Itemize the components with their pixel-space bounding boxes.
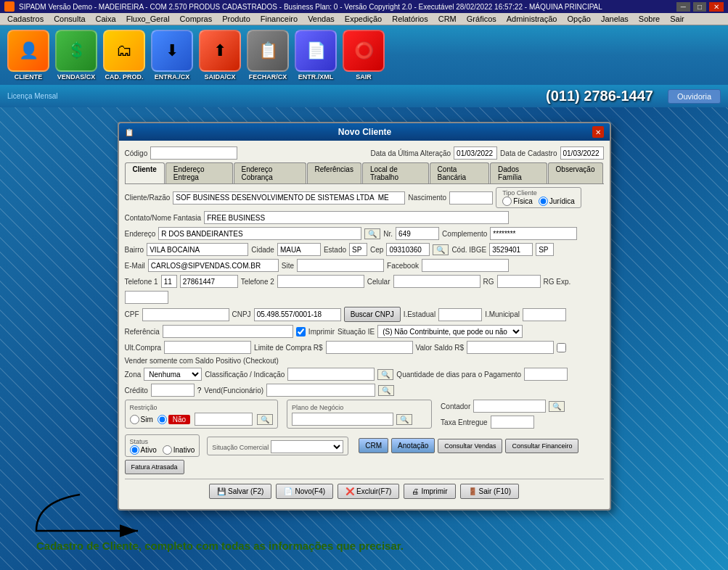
email-input[interactable]: CARLOS@SIPVENDAS.COM.BR: [148, 259, 279, 272]
bairro-input[interactable]: VILA BOCAINA: [147, 243, 248, 256]
menu-cadastros[interactable]: Cadastros: [3, 14, 48, 24]
salvar-button[interactable]: 💾 Salvar (F2): [209, 484, 271, 499]
tel1-code-input[interactable]: 11: [161, 275, 177, 288]
sim-radio[interactable]: [130, 415, 139, 424]
menu-caixa[interactable]: Caixa: [91, 14, 120, 24]
toolbar-cad-prod[interactable]: 🗂 CAD. PROD.: [103, 30, 145, 80]
rg-input[interactable]: [497, 275, 541, 288]
menu-crm[interactable]: CRM: [434, 14, 461, 24]
crm-button[interactable]: CRM: [359, 438, 388, 453]
cod-ibge-input[interactable]: 3529401: [489, 243, 533, 256]
tab-conta-bancaria[interactable]: Conta Bancária: [430, 162, 489, 183]
tab-endereco-cobranca[interactable]: Endereço Cobrança: [234, 162, 306, 183]
dialog-close-button[interactable]: ✕: [592, 126, 604, 138]
restricao-search-button[interactable]: 🔍: [257, 414, 273, 425]
fatura-atrasada-button[interactable]: Fatura Atrasada: [125, 460, 184, 474]
estado-input[interactable]: SP: [349, 243, 367, 256]
sair-dialog-button[interactable]: 🚪 Sair (F10): [460, 484, 519, 499]
cliente-razao-input[interactable]: SOF BUSINESS DESENVOLVIMENTO DE SISTEMAS…: [173, 191, 405, 205]
restricao-text-input[interactable]: [195, 413, 253, 426]
menu-financeiro[interactable]: Financeiro: [256, 14, 302, 24]
inativo-radio-label[interactable]: Inativo: [163, 445, 195, 455]
toolbar-xml[interactable]: 📄 ENTR./XML: [295, 30, 337, 80]
menu-graficos[interactable]: Gráficos: [462, 14, 501, 24]
nao-radio[interactable]: [158, 415, 167, 424]
menu-opcao[interactable]: Opção: [563, 14, 594, 24]
rg-exp-input[interactable]: [125, 291, 168, 304]
vend-input[interactable]: [266, 384, 375, 397]
cpf-input[interactable]: [142, 308, 229, 321]
codigo-input[interactable]: [150, 146, 237, 160]
cnpj-input[interactable]: 05.498.557/0001-18: [254, 308, 341, 321]
fisica-radio-label[interactable]: Física: [502, 197, 533, 206]
tab-dados-familia[interactable]: Dados Família: [490, 162, 547, 183]
tab-local-trabalho[interactable]: Local de Trabalho: [362, 162, 429, 183]
limite-input[interactable]: [326, 341, 413, 354]
vend-search-button[interactable]: 🔍: [378, 385, 394, 396]
situacao-ie-select[interactable]: (S) Não Contribuinte, que pode ou não po…: [377, 325, 523, 338]
buscar-cnpj-button[interactable]: Buscar CNPJ: [344, 307, 401, 322]
sit-comercial-select[interactable]: [271, 440, 343, 453]
nascimento-input[interactable]: [449, 191, 493, 205]
plano-negocio-input[interactable]: [292, 413, 393, 426]
imprimir-button[interactable]: 🖨 Imprimir: [404, 484, 455, 499]
imprimir-checkbox[interactable]: [296, 327, 306, 336]
endereco-input[interactable]: R DOS BANDEIRANTES: [158, 227, 361, 240]
toolbar-saida[interactable]: ⬆ SAIDA/CX: [199, 30, 241, 80]
toolbar-sair[interactable]: ⭕ SAIR: [343, 30, 385, 80]
contador-search-button[interactable]: 🔍: [549, 401, 565, 412]
facebook-input[interactable]: [422, 259, 509, 272]
excluir-button[interactable]: ❌ Excluir(F7): [338, 484, 399, 499]
cidade-input[interactable]: MAUA: [277, 243, 321, 256]
menu-administracao[interactable]: Administração: [502, 14, 562, 24]
plano-negocio-search-button[interactable]: 🔍: [396, 414, 412, 425]
i-estadual-input[interactable]: [438, 308, 482, 321]
toolbar-vendas[interactable]: 💲 VENDAS/CX: [55, 30, 97, 80]
ult-compra-input[interactable]: [164, 341, 251, 354]
nao-radio-label[interactable]: Não: [158, 415, 190, 424]
zona-select[interactable]: Nenhuma: [144, 368, 202, 381]
menu-compras[interactable]: Compras: [176, 14, 217, 24]
fisica-radio[interactable]: [502, 197, 512, 206]
cep-search-button[interactable]: 🔍: [433, 244, 449, 255]
credito-input[interactable]: [151, 384, 195, 397]
tab-endereco-entrega[interactable]: Endereço Entrega: [165, 162, 233, 183]
taxa-entregue-input[interactable]: [491, 416, 534, 429]
contato-input[interactable]: FREE BUSINESS: [204, 211, 509, 224]
endereco-search-button[interactable]: 🔍: [364, 228, 380, 239]
classificacao-search-button[interactable]: 🔍: [377, 369, 393, 380]
ativo-radio-label[interactable]: Ativo: [130, 445, 157, 455]
sim-radio-label[interactable]: Sim: [130, 415, 153, 424]
juridica-radio[interactable]: [539, 197, 548, 206]
ouvidoria-button[interactable]: Ouvidoria: [668, 89, 721, 104]
menu-vendas[interactable]: Vendas: [303, 14, 339, 24]
maximize-button[interactable]: □: [693, 2, 706, 12]
inativo-radio[interactable]: [163, 445, 172, 455]
contador-input[interactable]: [473, 400, 546, 413]
ativo-radio[interactable]: [130, 445, 139, 455]
vender-saldo-checkbox[interactable]: [557, 343, 566, 352]
qtd-dias-input[interactable]: [524, 368, 568, 381]
menu-sobre[interactable]: Sobre: [634, 14, 664, 24]
data-ultima-input[interactable]: 01/03/2022: [454, 146, 497, 160]
tab-referencias[interactable]: Referências: [307, 162, 361, 183]
juridica-radio-label[interactable]: Jurídica: [539, 197, 575, 206]
ibge-uf-input[interactable]: SP: [536, 243, 554, 256]
window-controls[interactable]: ─ □ ✕: [676, 2, 724, 12]
toolbar-cliente[interactable]: 👤 CLIENTE: [7, 30, 49, 80]
consultar-vendas-button[interactable]: Consultar Vendas: [438, 439, 502, 453]
i-municipal-input[interactable]: [523, 308, 566, 321]
valor-saldo-input[interactable]: [467, 341, 554, 354]
tel2-input[interactable]: [277, 275, 364, 288]
toolbar-entrada[interactable]: ⬇ ENTRA./CX: [151, 30, 193, 80]
menu-produto[interactable]: Produto: [218, 14, 255, 24]
cep-input[interactable]: 09310360: [386, 243, 430, 256]
tab-observacao[interactable]: Observação: [548, 162, 603, 183]
toolbar-fechar[interactable]: 📋 FECHAR/CX: [247, 30, 289, 80]
menu-relatorios[interactable]: Relatórios: [388, 14, 433, 24]
complemento-input[interactable]: ********: [490, 227, 577, 240]
tab-cliente[interactable]: Cliente: [125, 162, 165, 183]
menu-fluxo-geral[interactable]: Fluxo_Geral: [122, 14, 174, 24]
tel1-input[interactable]: 27861447: [180, 275, 238, 288]
novo-button[interactable]: 📄 Novo(F4): [276, 484, 333, 499]
